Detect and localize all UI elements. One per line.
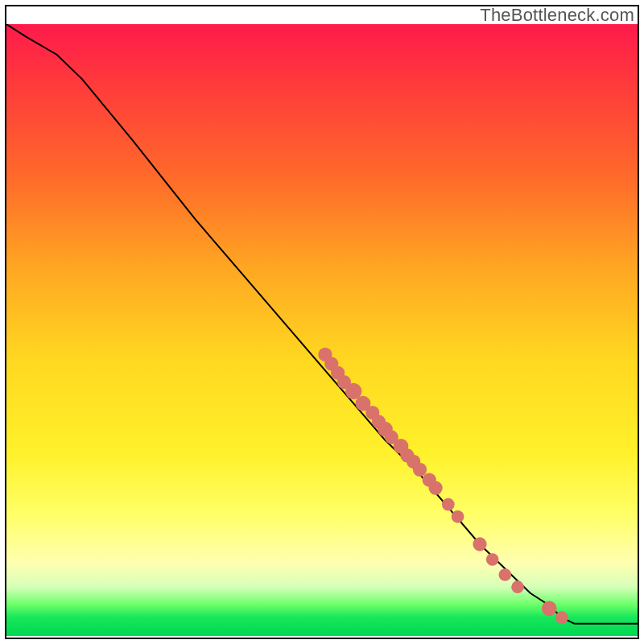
scatter-dot bbox=[555, 611, 568, 624]
scatter-dot bbox=[442, 498, 455, 511]
chart-curve bbox=[6, 24, 638, 624]
scatter-dot bbox=[413, 463, 427, 477]
scatter-dot bbox=[486, 553, 499, 566]
scatter-dot bbox=[428, 481, 442, 494]
scatter-dot bbox=[473, 537, 486, 551]
scatter-dot bbox=[511, 580, 524, 593]
scatter-dot bbox=[499, 568, 512, 581]
chart-plot bbox=[6, 24, 638, 636]
watermark-text: TheBottleneck.com bbox=[480, 5, 634, 26]
scatter-dot bbox=[542, 601, 557, 616]
scatter-dot bbox=[452, 510, 464, 523]
chart-scatter-dots bbox=[318, 348, 568, 624]
